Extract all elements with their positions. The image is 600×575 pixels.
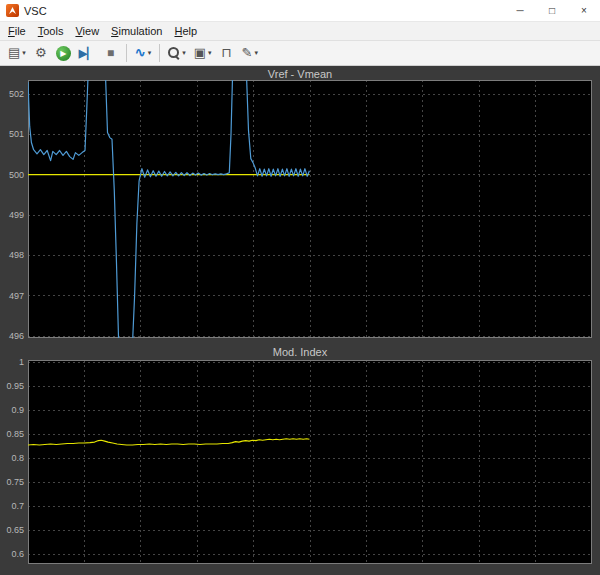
- measurements-button[interactable]: ✎▾: [238, 43, 260, 63]
- step-forward-button[interactable]: ▶▏: [76, 43, 99, 63]
- y-tick-label: 501: [0, 129, 24, 139]
- toolbar-separator: [126, 44, 127, 62]
- autoscale-axes-button[interactable]: ▣▾: [191, 43, 215, 63]
- dropdown-caret-icon: ▾: [22, 49, 26, 57]
- chart-mod-index: Mod. Index10.950.90.850.80.750.70.650.6: [0, 346, 600, 564]
- y-tick-label: 0.7: [0, 501, 24, 511]
- toolbar: ▤▾⚙▶▶▏■∿▾▾▣▾⊓✎▾: [0, 41, 600, 66]
- step-forward-icon: ▶▏: [79, 45, 96, 61]
- menu-simulation[interactable]: Simulation: [105, 23, 168, 39]
- y-tick-label: 1: [0, 357, 24, 367]
- close-button[interactable]: ×: [568, 0, 600, 22]
- y-tick-label: 500: [0, 170, 24, 180]
- plot-area-mod-index[interactable]: [28, 360, 592, 564]
- window-title: VSC: [24, 5, 504, 17]
- title-bar: VSC ─ □ ×: [0, 0, 600, 22]
- series-Vmean: [28, 80, 309, 338]
- y-tick-label: 502: [0, 89, 24, 99]
- signal-wave-icon: ∿: [135, 45, 146, 61]
- dropdown-caret-icon: ▾: [254, 49, 258, 57]
- y-tick-label: 498: [0, 250, 24, 260]
- settings-button[interactable]: ⚙: [31, 43, 51, 63]
- y-tick-label: 0.6: [0, 549, 24, 559]
- play-icon: ▶: [56, 46, 71, 61]
- y-tick-label: 0.95: [0, 381, 24, 391]
- y-tick-label: 0.9: [0, 405, 24, 415]
- menu-help[interactable]: Help: [168, 23, 203, 39]
- dropdown-caret-icon: ▾: [208, 49, 212, 57]
- trigger-button[interactable]: ⊓: [216, 43, 236, 63]
- menu-tools[interactable]: Tools: [32, 23, 70, 39]
- printer-icon: ▤: [8, 45, 20, 61]
- y-tick-label: 0.8: [0, 453, 24, 463]
- y-tick-label: 0.85: [0, 429, 24, 439]
- magnifier-icon: [168, 47, 180, 59]
- autoscale-icon: ▣: [194, 45, 206, 61]
- scope-display: Vref - Vmean502501500499498497496Mod. In…: [0, 66, 600, 575]
- y-tick-label: 499: [0, 210, 24, 220]
- run-button[interactable]: ▶: [53, 43, 74, 63]
- gear-icon: ⚙: [35, 45, 47, 61]
- maximize-button[interactable]: □: [536, 0, 568, 22]
- chart-title-vref-vmean: Vref - Vmean: [0, 68, 600, 80]
- signal-style-button[interactable]: ∿▾: [132, 43, 154, 63]
- chart-title-mod-index: Mod. Index: [0, 346, 600, 358]
- series-Mod-Index: [28, 439, 309, 445]
- stop-button[interactable]: ■: [101, 43, 121, 63]
- app-icon: [6, 4, 19, 17]
- y-tick-label: 0.65: [0, 525, 24, 535]
- zoom-button[interactable]: ▾: [165, 43, 189, 63]
- print-button[interactable]: ▤▾: [5, 43, 29, 63]
- y-tick-label: 0.75: [0, 477, 24, 487]
- menu-file[interactable]: File: [2, 23, 32, 39]
- dropdown-caret-icon: ▾: [148, 49, 152, 57]
- menu-view[interactable]: View: [69, 23, 105, 39]
- y-tick-label: 496: [0, 331, 24, 341]
- trigger-pulse-icon: ⊓: [221, 45, 231, 61]
- dropdown-caret-icon: ▾: [182, 49, 186, 57]
- y-tick-label: 497: [0, 291, 24, 301]
- pen-icon: ✎: [241, 45, 252, 61]
- menu-bar: FileToolsViewSimulationHelp: [0, 22, 600, 41]
- toolbar-separator: [159, 44, 160, 62]
- chart-vref-vmean: Vref - Vmean502501500499498497496: [0, 68, 600, 338]
- stop-icon: ■: [107, 45, 114, 61]
- plot-area-vref-vmean[interactable]: [28, 80, 592, 338]
- window-controls: ─ □ ×: [504, 0, 600, 22]
- minimize-button[interactable]: ─: [504, 0, 536, 22]
